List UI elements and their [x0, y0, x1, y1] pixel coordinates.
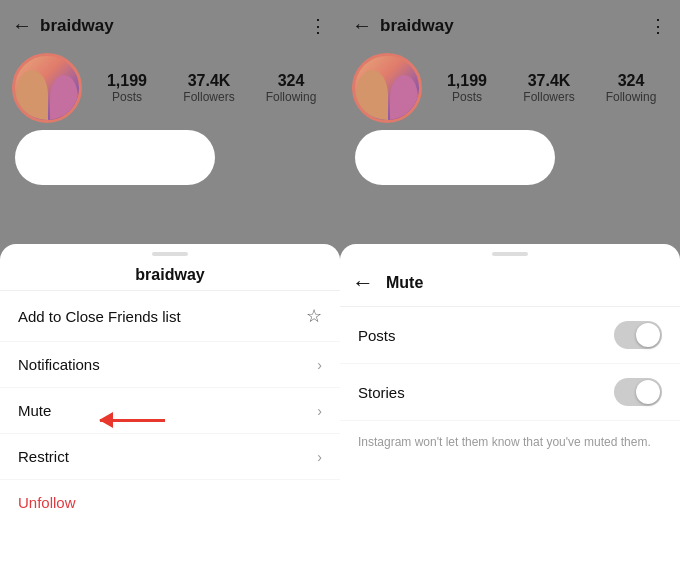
restrict-chevron-icon: › — [317, 449, 322, 465]
left-bottom-sheet: braidway Add to Close Friends list ☆ Not… — [0, 244, 340, 574]
left-followers-label: Followers — [183, 90, 234, 104]
left-followers-number: 37.4K — [188, 72, 231, 90]
mute-header: ← Mute — [340, 256, 680, 307]
left-avatar — [12, 53, 82, 123]
stories-mute-label: Stories — [358, 384, 405, 401]
left-followers-stat: 37.4K Followers — [172, 72, 246, 104]
left-sheet-title: braidway — [0, 256, 340, 291]
star-icon: ☆ — [306, 305, 322, 327]
options-icon-left[interactable]: ⋮ — [309, 15, 328, 37]
restrict-item[interactable]: Restrict › — [0, 434, 340, 480]
notifications-label: Notifications — [18, 356, 100, 373]
left-following-label: Following — [266, 90, 317, 104]
posts-mute-row: Posts — [340, 307, 680, 364]
restrict-label: Restrict — [18, 448, 69, 465]
right-posts-label: Posts — [452, 90, 482, 104]
arrow-line — [100, 419, 165, 422]
mute-chevron-icon: › — [317, 403, 322, 419]
right-followers-number: 37.4K — [528, 72, 571, 90]
back-arrow-icon[interactable]: ← — [12, 14, 32, 37]
right-following-label: Following — [606, 90, 657, 104]
right-following-stat: 324 Following — [594, 72, 668, 104]
left-cta-button — [15, 130, 215, 185]
background-profiles: ← braidway ⋮ 1,199 Posts 37.4K Followers — [0, 0, 680, 260]
right-bottom-sheet: ← Mute Posts Stories Instagram won't let… — [340, 244, 680, 574]
left-following-number: 324 — [278, 72, 305, 90]
bottom-sheets: braidway Add to Close Friends list ☆ Not… — [0, 244, 680, 574]
back-arrow-icon-right[interactable]: ← — [352, 14, 372, 37]
mute-title: Mute — [386, 274, 423, 292]
mute-label: Mute — [18, 402, 51, 419]
posts-mute-toggle[interactable] — [614, 321, 662, 349]
right-profile-screen: ← braidway ⋮ 1,199 Posts 37.4K Followers — [340, 0, 680, 260]
right-posts-stat: 1,199 Posts — [430, 72, 504, 104]
right-followers-stat: 37.4K Followers — [512, 72, 586, 104]
mute-back-arrow-icon[interactable]: ← — [352, 270, 374, 296]
left-profile-screen: ← braidway ⋮ 1,199 Posts 37.4K Followers — [0, 0, 340, 260]
left-posts-label: Posts — [112, 90, 142, 104]
arrowhead — [99, 412, 113, 428]
mute-notice-text: Instagram won't let them know that you'v… — [340, 421, 680, 463]
right-followers-label: Followers — [523, 90, 574, 104]
right-cta-button — [355, 130, 555, 185]
right-topbar: ← braidway ⋮ — [340, 0, 680, 45]
left-posts-stat: 1,199 Posts — [90, 72, 164, 104]
add-close-friends-item[interactable]: Add to Close Friends list ☆ — [0, 291, 340, 342]
left-following-stat: 324 Following — [254, 72, 328, 104]
unfollow-label: Unfollow — [18, 494, 76, 511]
right-username-top: braidway — [380, 16, 454, 36]
notifications-item[interactable]: Notifications › — [0, 342, 340, 388]
right-following-number: 324 — [618, 72, 645, 90]
mute-item[interactable]: Mute › — [0, 388, 340, 434]
stories-mute-toggle[interactable] — [614, 378, 662, 406]
posts-mute-label: Posts — [358, 327, 396, 344]
left-stats-row: 1,199 Posts 37.4K Followers 324 Followin… — [0, 45, 340, 131]
right-stats-row: 1,199 Posts 37.4K Followers 324 Followin… — [340, 45, 680, 131]
right-posts-number: 1,199 — [447, 72, 487, 90]
arrow-annotation — [100, 419, 165, 422]
stories-mute-row: Stories — [340, 364, 680, 421]
unfollow-item[interactable]: Unfollow — [0, 480, 340, 525]
left-topbar: ← braidway ⋮ — [0, 0, 340, 45]
notifications-chevron-icon: › — [317, 357, 322, 373]
add-close-friends-label: Add to Close Friends list — [18, 308, 181, 325]
right-avatar — [352, 53, 422, 123]
options-icon-right[interactable]: ⋮ — [649, 15, 668, 37]
left-posts-number: 1,199 — [107, 72, 147, 90]
left-username-top: braidway — [40, 16, 114, 36]
